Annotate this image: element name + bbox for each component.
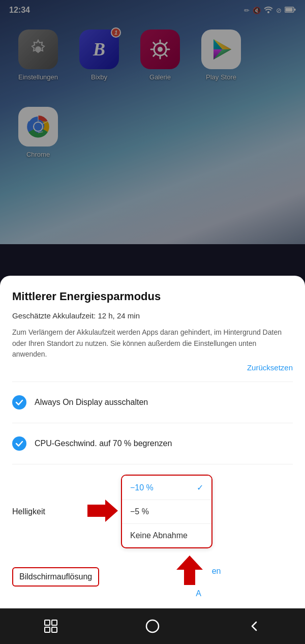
nav-bar <box>0 608 305 644</box>
divider-1 <box>12 382 293 382</box>
svg-rect-32 <box>52 627 57 632</box>
svg-marker-27 <box>87 500 118 522</box>
divider-3 <box>12 464 293 464</box>
arrow-up-indicator <box>176 555 203 587</box>
brightness-label: Helligkeit <box>12 507 83 516</box>
brightness-dropdown[interactable]: −10 % ✓ −5 % Keine Abnahme <box>121 475 212 548</box>
check-label-1: Always On Display ausschalten <box>35 398 148 407</box>
dropdown-selected-text: −10 % <box>130 483 154 492</box>
modal-bottom-en[interactable]: en <box>212 567 221 576</box>
divider-2 <box>12 423 293 423</box>
modal-bottom-a[interactable]: A <box>196 589 201 598</box>
modal-battery: Geschätzte Akkulaufzeit: 12 h, 24 min <box>12 311 293 320</box>
modal-reset-container: Zurücksetzen <box>12 363 293 372</box>
nav-back-button[interactable] <box>239 616 269 636</box>
svg-marker-28 <box>176 555 203 585</box>
check-circle-1 <box>12 395 26 409</box>
modal-title: Mittlerer Energiesparmodus <box>12 290 293 303</box>
cpu-speed-row[interactable]: CPU-Geschwind. auf 70 % begrenzen <box>12 429 293 458</box>
svg-point-33 <box>146 620 159 632</box>
svg-rect-30 <box>52 620 57 625</box>
check-label-2: CPU-Geschwind. auf 70 % begrenzen <box>35 439 172 448</box>
modal-card: Mittlerer Energiesparmodus Geschätzte Ak… <box>0 276 305 608</box>
dropdown-chevron-icon: ✓ <box>197 483 203 492</box>
screen-resolution-label: Bildschirmauflösung <box>12 567 99 587</box>
arrow-right-indicator <box>87 500 118 524</box>
svg-rect-31 <box>45 627 50 632</box>
nav-recents-button[interactable] <box>36 616 66 636</box>
modal-description: Zum Verlängern der Akkulaufzeit werden A… <box>12 327 293 360</box>
always-on-display-row[interactable]: Always On Display ausschalten <box>12 388 293 417</box>
dropdown-selected[interactable]: −10 % ✓ <box>122 476 211 500</box>
reset-link[interactable]: Zurücksetzen <box>247 363 293 372</box>
nav-home-button[interactable] <box>137 616 168 636</box>
svg-rect-29 <box>45 620 50 625</box>
check-circle-2 <box>12 436 26 451</box>
dropdown-option-1[interactable]: −5 % <box>122 500 211 524</box>
dropdown-option-2[interactable]: Keine Abnahme <box>122 524 211 547</box>
